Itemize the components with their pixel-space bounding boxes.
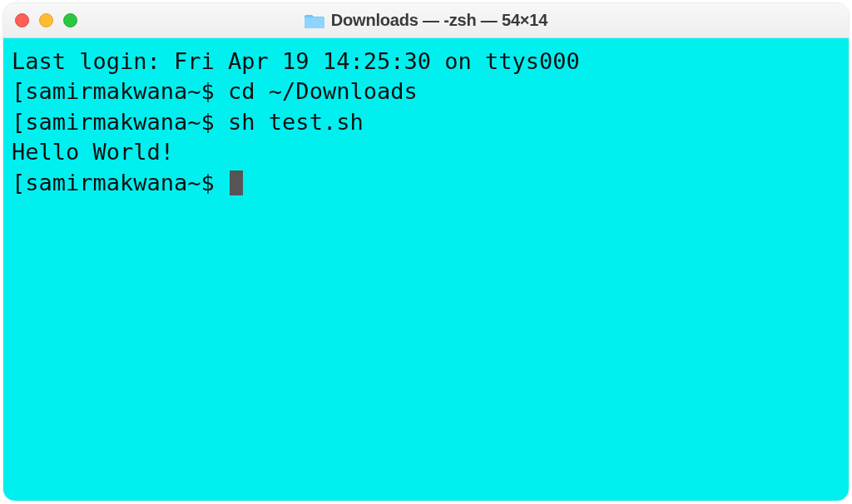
terminal-window: Downloads — -zsh — 54×14 Last login: Fri… — [3, 3, 849, 501]
titlebar: Downloads — -zsh — 54×14 — [3, 3, 849, 38]
close-button[interactable] — [15, 13, 29, 27]
prompt-line: [samirmakwana~$ — [12, 168, 840, 198]
terminal-body[interactable]: Last login: Fri Apr 19 14:25:30 on ttys0… — [3, 38, 849, 501]
command-text: cd ~/Downloads — [228, 78, 418, 104]
prompt-line: [samirmakwana~$ cd ~/Downloads — [12, 77, 840, 106]
prompt-line: [samirmakwana~$ sh test.sh — [12, 107, 840, 137]
prompt: [samirmakwana~$ — [12, 78, 228, 104]
prompt: [samirmakwana~$ — [12, 170, 228, 195]
minimize-button[interactable] — [39, 13, 53, 27]
window-title-wrap: Downloads — -zsh — 54×14 — [3, 11, 849, 30]
cursor-icon — [230, 170, 243, 195]
folder-icon — [305, 12, 324, 29]
window-title: Downloads — -zsh — 54×14 — [331, 11, 547, 30]
maximize-button[interactable] — [63, 13, 77, 27]
window-controls — [15, 13, 77, 27]
command-text: sh test.sh — [228, 109, 364, 135]
last-login-line: Last login: Fri Apr 19 14:25:30 on ttys0… — [12, 47, 840, 77]
output-line: Hello World! — [12, 137, 840, 167]
prompt: [samirmakwana~$ — [12, 109, 228, 135]
